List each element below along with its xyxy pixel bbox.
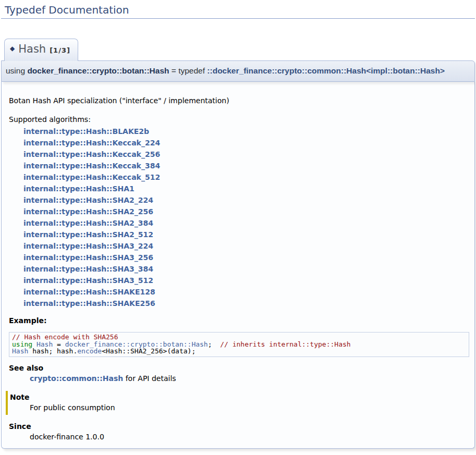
note-label: Note (10, 393, 470, 401)
algorithm-link[interactable]: internal::type::Hash::SHA2_512 (23, 229, 470, 240)
note-text: For public consumption (30, 403, 470, 412)
member-tab-hash: ◆Hash[1/3] (4, 39, 78, 61)
code-line: Hash hash; hash.encode<Hash::SHA2_256>(d… (12, 348, 469, 355)
algorithm-link[interactable]: internal::type::Hash::BLAKE2b (23, 126, 470, 137)
code-comment: // inherits internal::type::Hash (220, 340, 350, 348)
declaration-equals-typedef: = typedef (169, 66, 208, 75)
code-block: // Hash encode with SHA256 using Hash = … (9, 332, 469, 357)
algorithm-link[interactable]: internal::type::Hash::Keccak_224 (23, 137, 470, 149)
see-also-body: crypto::common::Hash for API details (30, 374, 470, 383)
algorithm-link[interactable]: internal::type::Hash::SHA3_224 (23, 240, 470, 252)
algorithm-link[interactable]: internal::type::Hash::Keccak_384 (23, 160, 470, 171)
algorithm-link[interactable]: internal::type::Hash::SHA2_384 (23, 217, 470, 229)
algorithm-link[interactable]: internal::type::Hash::SHA3_384 (23, 263, 470, 275)
see-also-text: for API details (123, 374, 176, 383)
algorithm-link[interactable]: internal::type::Hash::Keccak_256 (23, 149, 470, 160)
algorithm-link[interactable]: internal::type::Hash::SHAKE256 (23, 298, 470, 309)
typedef-target-link[interactable]: ::docker_finance::crypto::common::Hash<i… (207, 66, 445, 75)
since-section: Since docker-finance 1.0.0 (9, 422, 470, 441)
permalink-diamond-icon[interactable]: ◆ (10, 45, 15, 52)
algorithm-link[interactable]: internal::type::Hash::SHA3_256 (23, 252, 470, 263)
overload-counter: [1/3] (50, 46, 70, 54)
see-also-label: See also (9, 364, 470, 372)
code-line: using Hash = docker_finance::crypto::bot… (12, 341, 469, 348)
algorithm-list: internal::type::Hash::BLAKE2b internal::… (23, 126, 470, 309)
section-title: Typedef Documentation (1, 4, 475, 19)
code-link-hash[interactable]: Hash (12, 347, 28, 355)
code-text: <Hash::SHA2_256>(data); (102, 347, 196, 355)
since-text: docker-finance 1.0.0 (30, 433, 470, 441)
algorithm-link[interactable]: internal::type::Hash::SHA1 (23, 183, 470, 194)
algorithms-label: Supported algorithms: (9, 115, 470, 124)
declaration-prefix: using (6, 66, 27, 75)
algorithm-link[interactable]: internal::type::Hash::Keccak_512 (23, 171, 470, 183)
member-item: using docker_finance::crypto::botan::Has… (1, 60, 475, 449)
code-text: ; (208, 340, 220, 348)
member-documentation: Botan Hash API specialization ("interfac… (1, 82, 475, 449)
algorithm-link[interactable]: internal::type::Hash::SHA3_512 (23, 275, 470, 286)
member-name: Hash (18, 43, 46, 55)
code-line: // Hash encode with SHA256 (12, 334, 469, 341)
example-section: Example: // Hash encode with SHA256 usin… (9, 316, 470, 357)
since-label: Since (9, 422, 470, 431)
see-also-section: See also crypto::common::Hash for API de… (9, 364, 470, 383)
code-text: hash; hash. (28, 347, 77, 355)
example-body: // Hash encode with SHA256 using Hash = … (9, 332, 469, 357)
content-area: Typedef Documentation ◆Hash[1/3] using d… (1, 4, 475, 449)
algorithm-link[interactable]: internal::type::Hash::SHAKE128 (23, 286, 470, 298)
typedef-declaration: using docker_finance::crypto::botan::Has… (1, 60, 475, 82)
note-section: Note For public consumption (6, 391, 470, 415)
typedef-name: docker_finance::crypto::botan::Hash (27, 66, 169, 75)
algorithm-link[interactable]: internal::type::Hash::SHA2_224 (23, 194, 470, 206)
code-link-encode[interactable]: encode (77, 347, 102, 355)
see-also-link[interactable]: crypto::common::Hash (30, 374, 123, 383)
algorithm-link[interactable]: internal::type::Hash::SHA2_256 (23, 206, 470, 217)
summary-text: Botan Hash API specialization ("interfac… (9, 96, 470, 105)
example-label: Example: (9, 316, 470, 325)
